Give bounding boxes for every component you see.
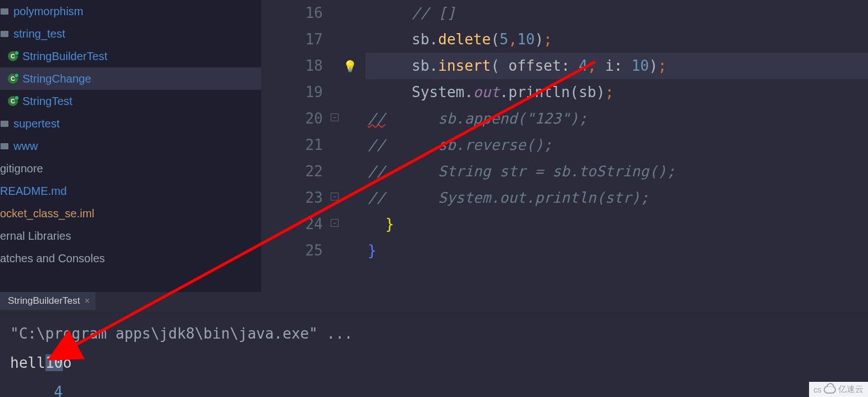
code-line[interactable]: sb.delete(5,10);: [366, 26, 868, 53]
tree-item-label: gitignore: [0, 162, 43, 175]
tree-item-label: string_test: [13, 28, 65, 40]
tree-item-label: StringTest: [22, 95, 72, 108]
line-number: 17: [261, 26, 323, 53]
fold-handle-icon[interactable]: –: [331, 193, 339, 200]
tree-item-polymorphism[interactable]: polymorphism: [0, 0, 261, 22]
cloud-icon: [824, 386, 836, 394]
tree-item-label: www: [13, 140, 38, 153]
project-tree: polymorphism string_test C StringBuilder…: [0, 0, 261, 292]
line-number: 19: [261, 79, 323, 106]
run-tab-label: StringBuilderTest: [8, 295, 80, 307]
watermark-cs: cs: [814, 385, 821, 394]
close-icon[interactable]: ×: [85, 296, 90, 306]
folder-icon: [0, 7, 9, 16]
code-line[interactable]: // sb.reverse();: [366, 132, 868, 158]
console-output-line: hell10o: [10, 348, 858, 377]
folder-icon: [0, 142, 9, 150]
class-icon: C: [8, 96, 18, 106]
code-line[interactable]: // []: [366, 0, 868, 26]
tree-item-readme[interactable]: README.md: [0, 180, 261, 202]
console-output[interactable]: "C:\program apps\jdk8\bin\java.exe" ... …: [0, 312, 868, 397]
tree-item-string-test[interactable]: string_test: [0, 22, 261, 45]
tree-item-label: StringChange: [22, 72, 91, 85]
tree-item-label: README.md: [0, 185, 67, 198]
class-icon: C: [8, 51, 18, 61]
watermark-brand: 亿速云: [838, 384, 864, 395]
line-number: 21: [261, 132, 323, 158]
line-number: 18: [261, 53, 323, 79]
fold-handle-icon[interactable]: –: [331, 113, 339, 121]
code-line-active[interactable]: sb.insert( offset: 4, i: 10);: [366, 53, 868, 79]
gutter-icon-strip: 💡 – – –: [334, 0, 366, 292]
tree-item-www[interactable]: www: [0, 135, 261, 157]
tree-item-label: ernal Libraries: [0, 230, 71, 243]
tree-item-stringchange[interactable]: C StringChange: [0, 67, 261, 90]
code-line[interactable]: // String str = sb.toString();: [366, 158, 868, 185]
code-line[interactable]: // sb.append("123");: [366, 106, 868, 132]
line-number: 20: [261, 106, 323, 132]
line-number: 23: [261, 185, 323, 211]
folder-icon: [0, 119, 9, 128]
tree-item-stringtest[interactable]: C StringTest: [0, 90, 261, 112]
code-area[interactable]: // [] sb.delete(5,10); sb.insert( offset…: [366, 0, 868, 292]
line-number: 25: [261, 238, 323, 264]
code-line[interactable]: }: [366, 238, 868, 264]
class-icon: C: [8, 74, 18, 84]
line-number-gutter: 16 17 18 19 20 21 22 23 24 25: [261, 0, 334, 292]
tree-item-external-libraries[interactable]: ernal Libraries: [0, 225, 261, 247]
run-tab[interactable]: StringBuilderTest ×: [0, 292, 95, 310]
console-index: 4: [10, 377, 858, 397]
tree-item-gitignore[interactable]: gitignore: [0, 157, 261, 180]
code-line[interactable]: System.out.println(sb);: [366, 79, 868, 106]
tree-item-label: atches and Consoles: [0, 252, 105, 265]
tree-item-iml[interactable]: ocket_class_se.iml: [0, 202, 261, 225]
code-editor[interactable]: 16 17 18 19 20 21 22 23 24 25 💡 – – – //…: [261, 0, 868, 292]
watermark: cs 亿速云: [809, 382, 868, 397]
code-line[interactable]: }: [366, 211, 868, 238]
console-command: "C:\program apps\jdk8\bin\java.exe" ...: [10, 319, 858, 348]
tree-item-stringbuildertest[interactable]: C StringBuilderTest: [0, 45, 261, 67]
tree-item-label: supertest: [13, 117, 60, 130]
run-tab-bar: StringBuilderTest ×: [0, 292, 868, 310]
tree-item-scratches[interactable]: atches and Consoles: [0, 247, 261, 270]
tree-item-label: StringBuilderTest: [22, 50, 107, 63]
lightbulb-icon[interactable]: 💡: [343, 60, 353, 70]
line-number: 22: [261, 158, 323, 185]
tree-item-label: ocket_class_se.iml: [0, 207, 94, 220]
line-number: 16: [261, 0, 323, 26]
tree-item-supertest[interactable]: supertest: [0, 112, 261, 135]
fold-handle-icon[interactable]: –: [331, 219, 339, 227]
tree-item-label: polymorphism: [13, 5, 83, 18]
line-number: 24: [261, 211, 323, 238]
folder-icon: [0, 29, 9, 38]
code-line[interactable]: // System.out.println(str);: [366, 185, 868, 211]
